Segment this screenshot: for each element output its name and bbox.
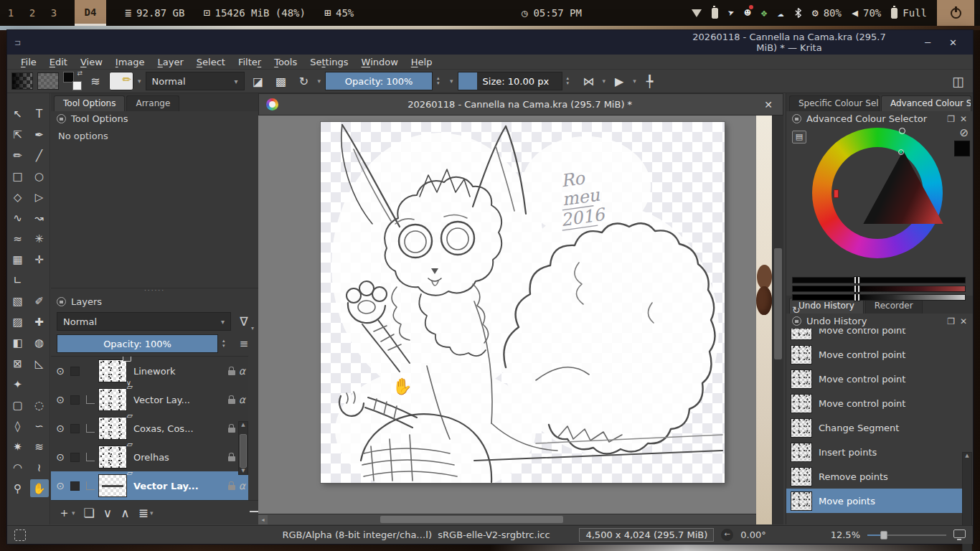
volume-indicator[interactable]: ◀ 70%	[852, 6, 881, 19]
app-icon[interactable]: ❖	[761, 6, 768, 19]
toolbox-tool-button[interactable]: ▧	[9, 292, 27, 310]
dock-tab[interactable]: Specific Colour Sel...	[789, 95, 880, 111]
undo-history-item[interactable]: Move control point	[786, 342, 963, 367]
layer-name[interactable]: Vector Lay...	[133, 395, 225, 405]
layer-name[interactable]: Linework	[133, 366, 225, 377]
toolbox-tool-button[interactable]: ◺	[30, 354, 49, 372]
undo-history-item[interactable]: Insert points	[786, 440, 963, 464]
lock-docker-icon[interactable]	[792, 114, 801, 123]
float-docker-icon[interactable]: ❐	[947, 114, 955, 124]
opacity-spinner[interactable]: ▴▾	[437, 76, 446, 86]
layer-name[interactable]: Vector Lay...	[133, 481, 225, 491]
toolbox-tool-button[interactable]: ∽	[30, 417, 49, 435]
fg-bg-color-swatch[interactable]: ⇄	[63, 72, 82, 90]
toolbox-tool-button[interactable]: ✐	[30, 292, 49, 310]
dock-tab[interactable]: Tool Options	[54, 95, 125, 111]
layer-opacity-slider[interactable]: Opacity: 100%	[57, 334, 218, 353]
undo-history-item[interactable]: Move points	[786, 489, 963, 513]
zoom-slider-handle[interactable]	[880, 531, 887, 540]
mirror-horizontal-button[interactable]: ⋈	[580, 72, 598, 90]
scrollbar-thumb[interactable]	[240, 434, 247, 468]
toolbox-tool-button[interactable]: ∟	[9, 271, 27, 289]
layer-property-box[interactable]	[70, 424, 80, 433]
toolbox-tool-button[interactable]: ✳	[30, 230, 49, 248]
menu-item[interactable]: Filter	[232, 57, 268, 67]
bluetooth-icon[interactable]	[794, 7, 802, 19]
layer-thumbnail[interactable]	[98, 417, 127, 440]
toolbox-tool-button[interactable]: ≈	[9, 230, 27, 248]
current-color-swatch[interactable]	[954, 141, 970, 156]
brush-editor-dropdown[interactable]: ▾	[138, 77, 141, 85]
toolbox-tool-button[interactable]: ⊠	[9, 354, 27, 372]
telegram-icon[interactable]: ➤	[726, 6, 737, 20]
layer-alpha-icon[interactable]: α	[239, 394, 245, 405]
layer-opacity-spinner[interactable]: ▴▾	[222, 339, 231, 349]
layer-alpha-icon[interactable]: α	[239, 365, 245, 377]
toolbox-tool-button[interactable]: ▨	[9, 313, 27, 331]
layer-row[interactable]: ⊙ ∨ ▱ Linework α	[51, 357, 248, 385]
layer-thumbnail[interactable]	[98, 446, 127, 468]
close-docker-icon[interactable]: ✕	[960, 114, 967, 124]
size-slider[interactable]: Size: 10.00 px	[458, 72, 562, 90]
workspace-button-active[interactable]: D4	[75, 0, 106, 26]
battery-icon[interactable]	[712, 8, 718, 19]
float-docker-icon[interactable]: ❐	[947, 316, 955, 326]
power-button[interactable]	[937, 0, 974, 26]
minimize-button[interactable]: ─	[925, 37, 930, 48]
mirror-vertical-dropdown[interactable]: ▾	[633, 77, 636, 85]
undo-history-item[interactable]: Move control point	[786, 329, 963, 342]
layer-visibility-icon[interactable]: ⊙	[54, 394, 67, 405]
toolbox-tool-button[interactable]: ◠	[9, 458, 27, 476]
dock-tab[interactable]: Arrange	[126, 95, 179, 111]
subwindow-titlebar[interactable]: 20260118 - Cannella na Cama.kra (295.7 M…	[258, 93, 783, 116]
undo-history-item[interactable]: Change Segment	[786, 415, 963, 440]
layer-filter-icon[interactable]: ∇	[235, 314, 253, 329]
layer-lock-icon[interactable]	[228, 370, 235, 375]
layer-name[interactable]: Coxas, Cos...	[133, 423, 225, 434]
layer-row[interactable]: ⊙ ∨ ▱ Vector Lay... α	[51, 385, 248, 414]
layer-thumbnail[interactable]	[98, 359, 127, 382]
brush-editor-button[interactable]	[109, 72, 133, 90]
toolbox-tool-button[interactable]: ✦	[9, 375, 27, 393]
layer-row[interactable]: ⊙ ∨ ▱ Vector Lay... α	[51, 471, 248, 500]
layer-thumbnail[interactable]	[98, 388, 127, 411]
color-selector-header[interactable]: Advanced Colour Selector ❐ ✕	[786, 111, 973, 126]
window-titlebar[interactable]: ⊐ 20260118 - Cannella na Cama.kra (295.7…	[7, 30, 973, 55]
color-strip[interactable]	[792, 294, 966, 301]
gradient-chooser[interactable]	[11, 72, 33, 90]
layer-property-box[interactable]	[70, 367, 80, 376]
toolbox-tool-button[interactable]: ✛	[30, 250, 49, 268]
scrollbar-thumb[interactable]	[774, 248, 782, 359]
menu-item[interactable]: Image	[109, 57, 151, 67]
discord-icon[interactable]: ☻	[745, 6, 751, 19]
undo-history-header[interactable]: Undo History ❐ ✕	[786, 314, 973, 329]
canvas-vertical-scrollbar[interactable]	[772, 116, 783, 524]
toolbox-tool-button[interactable]: ✷	[9, 438, 27, 456]
toolbox-tool-button[interactable]: ◌	[30, 396, 49, 414]
toolbox-tool-button[interactable]: ✋	[30, 479, 49, 497]
add-layer-button[interactable]: ＋▾	[58, 504, 75, 521]
menu-item[interactable]: Settings	[303, 57, 354, 67]
workspace-chooser-button[interactable]: ◫	[952, 74, 969, 89]
layer-visibility-icon[interactable]: ⊙	[54, 480, 67, 491]
layer-row[interactable]: ⊙ ∨ ▱ Coxas, Cos... α	[51, 414, 248, 443]
toolbox-tool-button[interactable]: ◇	[9, 188, 27, 206]
reset-rotation-icon[interactable]: ←	[721, 529, 733, 541]
layers-menu-icon[interactable]: ≡	[235, 337, 253, 350]
color-strip[interactable]	[792, 286, 966, 292]
scroll-down-icon[interactable]: ▼	[241, 468, 245, 474]
move-layer-down-button[interactable]: ∨	[103, 506, 112, 520]
toolbox-tool-button[interactable]: ↝	[30, 209, 49, 227]
toolbox-tool-button[interactable]: ╱	[30, 146, 49, 164]
toolbox-tool-button[interactable]: □	[9, 167, 27, 185]
menu-item[interactable]: Edit	[43, 57, 74, 67]
blending-mode-select[interactable]: Normal ▾	[146, 72, 245, 90]
scroll-up-icon[interactable]: ▲	[241, 422, 245, 428]
fit-to-screen-icon[interactable]	[953, 529, 966, 538]
swap-colors-icon[interactable]: ⇄	[77, 70, 83, 77]
undo-history-item[interactable]: Remove points	[786, 464, 963, 489]
menu-item[interactable]: View	[74, 57, 109, 67]
workspace-button[interactable]: 3	[43, 0, 65, 26]
undo-history-item[interactable]: Move control point	[786, 367, 963, 391]
scroll-left-icon[interactable]: ◂	[258, 515, 268, 524]
